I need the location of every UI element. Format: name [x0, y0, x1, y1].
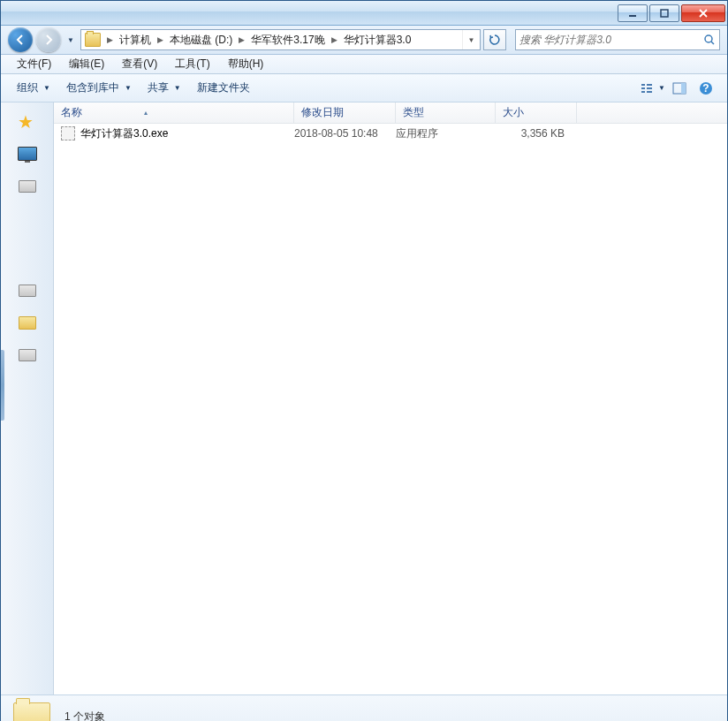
network-icon[interactable] [19, 316, 36, 330]
explorer-window: ▼ ▶ 计算机 ▶ 本地磁盘 (D:) ▶ 华军软件3.17晚 ▶ 华灯计算器3… [0, 0, 728, 721]
breadcrumb-folder1[interactable]: 华军软件3.17晚 [247, 30, 328, 49]
svg-rect-1 [661, 10, 668, 17]
menu-view[interactable]: 查看(V) [115, 55, 164, 73]
search-box[interactable] [515, 29, 720, 50]
favorites-icon[interactable]: ★ [18, 111, 37, 127]
empty-area[interactable] [54, 143, 727, 694]
search-icon [703, 34, 716, 46]
navigation-row: ▼ ▶ 计算机 ▶ 本地磁盘 (D:) ▶ 华军软件3.17晚 ▶ 华灯计算器3… [1, 26, 727, 55]
view-options-button[interactable]: ▼ [641, 78, 665, 99]
svg-rect-5 [641, 87, 645, 89]
refresh-button[interactable] [483, 29, 506, 50]
svg-point-2 [705, 35, 712, 42]
svg-rect-8 [647, 87, 652, 89]
folder-icon [13, 702, 50, 722]
share-label: 共享 [148, 80, 169, 95]
file-list-area: 名称▴ 修改日期 类型 大小 华灯计算器3.0.exe 2018-08-05 1… [54, 102, 727, 694]
svg-rect-11 [681, 83, 686, 94]
sidebar-collapse-handle[interactable] [1, 350, 4, 421]
file-row[interactable]: 华灯计算器3.0.exe 2018-08-05 10:48 应用程序 3,356… [54, 124, 727, 143]
content-body: ★ 名称▴ 修改日期 类型 大小 华灯计算器3.0.exe 2018-08-05 [1, 102, 727, 694]
svg-rect-6 [641, 91, 645, 93]
share-button[interactable]: 共享▼ [140, 77, 188, 99]
column-name[interactable]: 名称▴ [54, 102, 294, 123]
maximize-button[interactable] [649, 4, 679, 22]
newfolder-label: 新建文件夹 [197, 80, 250, 95]
column-headers: 名称▴ 修改日期 类型 大小 [54, 102, 727, 124]
navigation-sidebar: ★ [1, 102, 54, 694]
organize-button[interactable]: 组织▼ [10, 77, 57, 99]
svg-rect-4 [641, 84, 645, 86]
preview-pane-button[interactable] [667, 78, 692, 99]
file-modified: 2018-08-05 10:48 [294, 127, 396, 140]
close-button[interactable] [681, 4, 725, 22]
toolbar: 组织▼ 包含到库中▼ 共享▼ 新建文件夹 ▼ ? [1, 74, 727, 102]
column-size[interactable]: 大小 [496, 102, 577, 123]
minimize-button[interactable] [618, 4, 648, 22]
breadcrumb-drive[interactable]: 本地磁盘 (D:) [166, 30, 236, 49]
menu-help[interactable]: 帮助(H) [221, 55, 271, 73]
column-modified[interactable]: 修改日期 [294, 102, 396, 123]
back-button[interactable] [8, 27, 33, 52]
address-bar[interactable]: ▶ 计算机 ▶ 本地磁盘 (D:) ▶ 华军软件3.17晚 ▶ 华灯计算器3.0… [80, 29, 481, 50]
address-dropdown[interactable]: ▼ [462, 30, 480, 49]
column-type[interactable]: 类型 [396, 102, 496, 123]
include-label: 包含到库中 [66, 80, 119, 95]
chevron-right-icon[interactable]: ▶ [155, 35, 166, 44]
forward-button[interactable] [36, 27, 61, 52]
help-button[interactable]: ? [694, 78, 718, 99]
history-dropdown[interactable]: ▼ [64, 31, 77, 49]
menu-edit[interactable]: 编辑(E) [62, 55, 111, 73]
sort-arrow-icon: ▴ [144, 109, 148, 117]
organize-label: 组织 [17, 80, 38, 95]
desktop-icon[interactable] [18, 147, 37, 161]
menu-file[interactable]: 文件(F) [10, 55, 58, 73]
titlebar [1, 1, 727, 26]
exe-icon [61, 126, 75, 140]
computer-icon[interactable] [19, 285, 36, 297]
chevron-right-icon[interactable]: ▶ [104, 35, 116, 44]
svg-line-3 [711, 42, 714, 44]
file-name: 华灯计算器3.0.exe [80, 126, 168, 141]
svg-rect-0 [629, 15, 636, 17]
file-size: 3,356 KB [496, 127, 577, 140]
include-library-button[interactable]: 包含到库中▼ [59, 77, 139, 99]
column-name-label: 名称 [61, 105, 82, 120]
libraries-icon[interactable] [19, 180, 36, 193]
svg-rect-7 [647, 84, 652, 86]
menu-tools[interactable]: 工具(T) [168, 55, 216, 73]
breadcrumb-computer[interactable]: 计算机 [116, 30, 155, 49]
file-type: 应用程序 [396, 126, 496, 141]
search-input[interactable] [519, 34, 703, 46]
svg-text:?: ? [702, 82, 709, 95]
chevron-right-icon[interactable]: ▶ [236, 35, 247, 44]
breadcrumb-folder2[interactable]: 华灯计算器3.0 [340, 30, 415, 49]
menu-bar: 文件(F) 编辑(E) 查看(V) 工具(T) 帮助(H) [1, 55, 727, 74]
status-bar: 1 个对象 [1, 694, 727, 721]
chevron-right-icon[interactable]: ▶ [329, 35, 340, 44]
status-text: 1 个对象 [64, 710, 105, 721]
svg-rect-9 [647, 91, 652, 93]
folder-icon [85, 33, 101, 47]
new-folder-button[interactable]: 新建文件夹 [190, 77, 257, 99]
drive-icon[interactable] [19, 349, 36, 361]
